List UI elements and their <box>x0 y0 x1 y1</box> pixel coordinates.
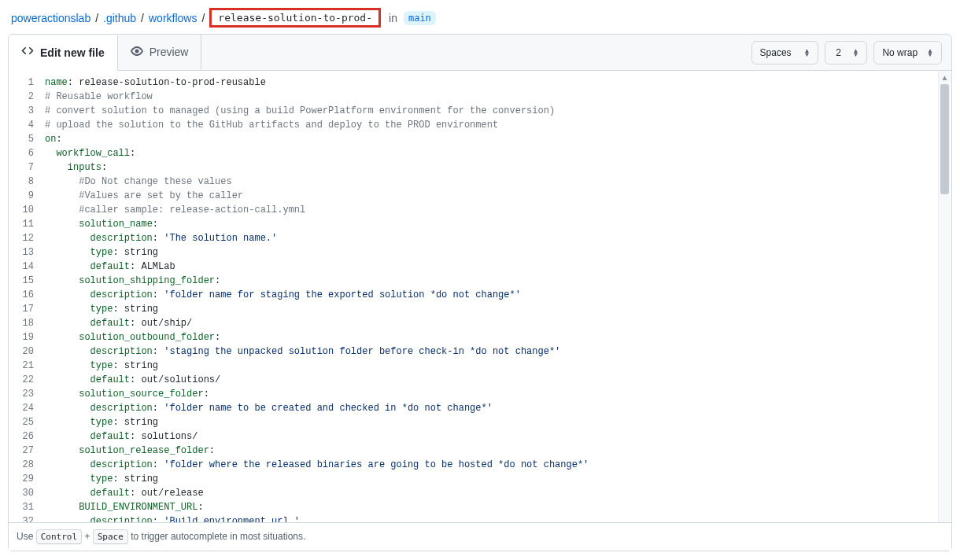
code-line: 4# upload the solution to the GitHub art… <box>9 118 951 132</box>
line-number: 8 <box>9 175 45 189</box>
code-line: 13 type: string <box>9 245 951 260</box>
code-content: description: 'The solution name.' <box>45 231 951 245</box>
updown-icon: ▲▼ <box>804 49 810 57</box>
line-number: 31 <box>9 500 45 514</box>
line-number: 19 <box>9 330 45 344</box>
code-content: #caller sample: release-action-call.ymnl <box>45 203 951 217</box>
line-number: 11 <box>9 217 45 231</box>
code-line: 25 type: string <box>9 415 951 429</box>
code-line: 30 default: out/release <box>9 486 951 500</box>
tab-preview[interactable]: Preview <box>118 35 202 70</box>
indent-mode-value: Spaces <box>760 47 795 58</box>
line-number: 30 <box>9 486 45 500</box>
code-line: 23 solution_source_folder: <box>9 387 951 401</box>
code-content: default: out/solutions/ <box>45 373 951 387</box>
line-number: 28 <box>9 458 45 472</box>
autocomplete-hint: Use Control + Space to trigger autocompl… <box>9 522 951 551</box>
code-content: default: ALMLab <box>45 260 951 274</box>
updown-icon: ▲▼ <box>927 49 933 57</box>
code-area: 1name: release-solution-to-prod-reusable… <box>9 71 951 551</box>
code-content: # Reusable workflow <box>45 90 951 104</box>
code-content: solution_shipping_folder: <box>45 274 951 288</box>
code-content: description: 'folder name for staging th… <box>45 288 951 302</box>
wrap-value: No wrap <box>882 47 918 58</box>
code-content: inputs: <box>45 160 951 175</box>
line-number: 12 <box>9 231 45 245</box>
code-line: 1name: release-solution-to-prod-reusable <box>9 76 951 90</box>
code-line: 15 solution_shipping_folder: <box>9 274 951 288</box>
code-content: BUILD_ENVIRONMENT_URL: <box>45 500 951 514</box>
code-line: 21 type: string <box>9 359 951 373</box>
code-content: name: release-solution-to-prod-reusable <box>45 76 951 90</box>
line-number: 20 <box>9 344 45 359</box>
line-number: 21 <box>9 359 45 373</box>
code-content: default: out/ship/ <box>45 316 951 330</box>
kbd-control: Control <box>36 529 82 544</box>
line-number: 16 <box>9 288 45 302</box>
indent-size-select[interactable]: 2 ▲▼ <box>825 41 867 64</box>
breadcrumb-path-github[interactable]: .github <box>103 12 136 24</box>
code-content: #Do Not change these values <box>45 175 951 189</box>
tab-edit-label: Edit new file <box>40 46 105 59</box>
code-content: description: 'folder where the released … <box>45 458 951 472</box>
breadcrumb-repo[interactable]: poweractionslab <box>11 12 90 24</box>
code-line: 26 default: solutions/ <box>9 429 951 444</box>
breadcrumb-sep: / <box>141 12 144 24</box>
code-line: 2# Reusable workflow <box>9 90 951 104</box>
breadcrumb-in: in <box>389 12 397 24</box>
scroll-up-button[interactable]: ▲ <box>939 72 951 84</box>
code-line: 10 #caller sample: release-action-call.y… <box>9 203 951 217</box>
code-line: 31 BUILD_ENVIRONMENT_URL: <box>9 500 951 514</box>
branch-chip[interactable]: main <box>404 11 436 25</box>
line-number: 25 <box>9 415 45 429</box>
code-content: default: solutions/ <box>45 429 951 444</box>
code-content: # upload the solution to the GitHub arti… <box>45 118 951 132</box>
hint-pre: Use <box>17 531 36 542</box>
line-number: 27 <box>9 444 45 458</box>
code-content: type: string <box>45 359 951 373</box>
line-number: 18 <box>9 316 45 330</box>
scroll-thumb[interactable] <box>940 84 949 194</box>
code-icon <box>21 45 34 60</box>
code-content: workflow_call: <box>45 146 951 160</box>
editor-options: Spaces ▲▼ 2 ▲▼ No wrap ▲▼ <box>751 41 951 64</box>
filename-input[interactable]: release-solution-to-prod- <box>209 8 381 28</box>
code-line: 29 type: string <box>9 472 951 486</box>
code-line: 9 #Values are set by the caller <box>9 189 951 203</box>
hint-post: to trigger autocomplete in most situatio… <box>131 531 305 542</box>
line-number: 5 <box>9 132 45 146</box>
line-number: 23 <box>9 387 45 401</box>
indent-mode-select[interactable]: Spaces ▲▼ <box>751 41 819 64</box>
code-content: solution_source_folder: <box>45 387 951 401</box>
code-line: 22 default: out/solutions/ <box>9 373 951 387</box>
code-line: 20 description: 'staging the unpacked so… <box>9 344 951 359</box>
code-content: type: string <box>45 472 951 486</box>
kbd-space: Space <box>93 529 128 544</box>
line-number: 9 <box>9 189 45 203</box>
code-line: 19 solution_outbound_folder: <box>9 330 951 344</box>
line-number: 24 <box>9 401 45 415</box>
code-line: 28 description: 'folder where the releas… <box>9 458 951 472</box>
code-line: 6 workflow_call: <box>9 146 951 160</box>
code-content: #Values are set by the caller <box>45 189 951 203</box>
wrap-select[interactable]: No wrap ▲▼ <box>873 41 942 64</box>
code-line: 11 solution_name: <box>9 217 951 231</box>
breadcrumb-sep: / <box>201 12 205 24</box>
scrollbar[interactable]: ▲ ▼ <box>938 72 951 550</box>
line-number: 10 <box>9 203 45 217</box>
code-editor[interactable]: 1name: release-solution-to-prod-reusable… <box>9 71 951 551</box>
tab-preview-label: Preview <box>150 46 189 58</box>
code-content: default: out/release <box>45 486 951 500</box>
line-number: 29 <box>9 472 45 486</box>
code-line: 3# convert solution to managed (using a … <box>9 104 951 118</box>
code-content: on: <box>45 132 951 146</box>
code-content: type: string <box>45 302 951 316</box>
code-line: 5on: <box>9 132 951 146</box>
hint-plus: + <box>84 531 92 542</box>
code-content: type: string <box>45 245 951 260</box>
tab-edit[interactable]: Edit new file <box>9 35 118 71</box>
breadcrumb-path-workflows[interactable]: workflows <box>149 12 197 24</box>
code-line: 17 type: string <box>9 302 951 316</box>
code-line: 27 solution_release_folder: <box>9 444 951 458</box>
line-number: 6 <box>9 146 45 160</box>
